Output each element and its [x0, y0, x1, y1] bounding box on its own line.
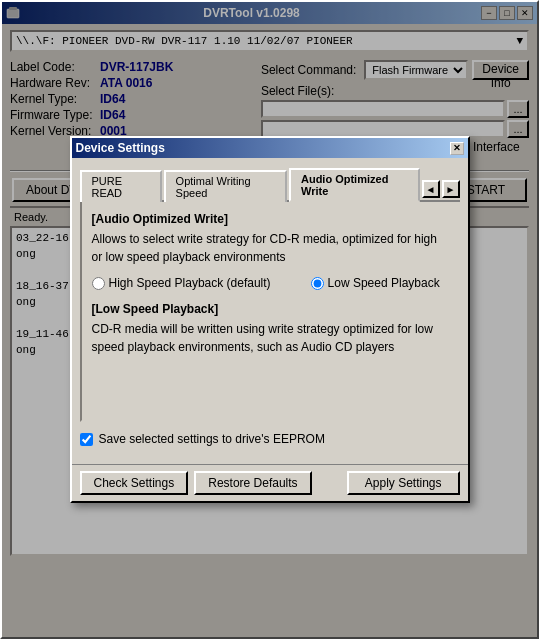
high-speed-radio-text: High Speed Playback (default): [109, 276, 271, 290]
high-speed-radio[interactable]: [92, 277, 105, 290]
tab-audio-write[interactable]: Audio Optimized Write: [289, 168, 420, 202]
dialog-footer: Check Settings Restore Defaults Apply Se…: [72, 464, 468, 501]
tabs-container: PURE READ Optimal Writing Speed Audio Op…: [80, 166, 460, 202]
section-description: Allows to select write strategy for CD-R…: [92, 230, 448, 266]
section-title: [Audio Optimized Write]: [92, 212, 448, 226]
dialog-body: PURE READ Optimal Writing Speed Audio Op…: [72, 158, 468, 464]
low-speed-description: CD-R media will be written using write s…: [92, 320, 448, 356]
tab-optimal-write[interactable]: Optimal Writing Speed: [164, 170, 287, 202]
tab-prev-button[interactable]: ◄: [422, 180, 440, 198]
playback-radio-row: High Speed Playback (default) Low Speed …: [92, 276, 448, 290]
dialog-close-button[interactable]: ✕: [450, 142, 464, 155]
tab-content-audio-write: [Audio Optimized Write] Allows to select…: [80, 202, 460, 422]
dialog-title: Device Settings: [76, 141, 165, 155]
eeprom-row: Save selected settings to drive's EEPROM: [80, 432, 460, 446]
low-speed-radio-label[interactable]: Low Speed Playback: [311, 276, 440, 290]
tab-pure-read[interactable]: PURE READ: [80, 170, 162, 202]
device-settings-dialog: Device Settings ✕ PURE READ Optimal Writ…: [70, 136, 470, 503]
modal-overlay: Device Settings ✕ PURE READ Optimal Writ…: [2, 2, 537, 637]
dialog-title-bar: Device Settings ✕: [72, 138, 468, 158]
eeprom-label: Save selected settings to drive's EEPROM: [99, 432, 325, 446]
low-speed-radio[interactable]: [311, 277, 324, 290]
check-settings-button[interactable]: Check Settings: [80, 471, 189, 495]
footer-left-buttons: Check Settings Restore Defaults: [80, 471, 312, 495]
low-speed-radio-text: Low Speed Playback: [328, 276, 440, 290]
restore-defaults-button[interactable]: Restore Defaults: [194, 471, 311, 495]
apply-settings-button[interactable]: Apply Settings: [347, 471, 460, 495]
tab-nav-buttons: ◄ ►: [422, 180, 460, 198]
tab-next-button[interactable]: ►: [442, 180, 460, 198]
eeprom-checkbox[interactable]: [80, 433, 93, 446]
high-speed-radio-label[interactable]: High Speed Playback (default): [92, 276, 271, 290]
main-window: DVRTool v1.0298 − □ ✕ \\.\F: PIONEER DVD…: [0, 0, 539, 639]
low-speed-title: [Low Speed Playback]: [92, 302, 448, 316]
low-speed-section: [Low Speed Playback] CD-R media will be …: [92, 302, 448, 356]
